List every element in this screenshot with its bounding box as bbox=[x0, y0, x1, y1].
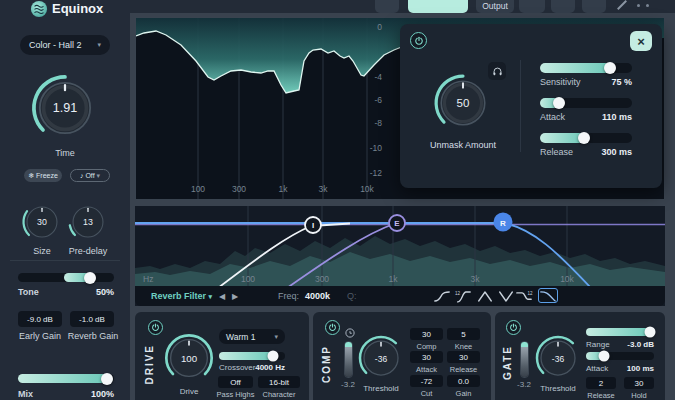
early-gain-field[interactable]: -9.0 dB bbox=[18, 311, 62, 327]
tone-slider-thumb[interactable] bbox=[84, 272, 96, 284]
gate-attack-slider-thumb[interactable] bbox=[598, 351, 609, 362]
predelay-knob-value: 13 bbox=[83, 217, 93, 227]
freq-value-field[interactable]: 4000k bbox=[305, 291, 330, 301]
predelay-knob[interactable]: 13 bbox=[66, 200, 110, 244]
size-knob-value: 30 bbox=[37, 217, 47, 227]
size-knob-label: Size bbox=[20, 246, 64, 256]
pass-highs-toggle[interactable]: Off bbox=[218, 376, 253, 388]
menu-dot-icon[interactable] bbox=[637, 4, 640, 7]
top-toolbar: Output bbox=[130, 0, 675, 13]
toolbar-button[interactable] bbox=[582, 0, 606, 13]
filter-shape-bell-button[interactable] bbox=[476, 289, 494, 307]
sensitivity-label: Sensitivity bbox=[540, 77, 581, 87]
drive-mode-dropdown[interactable]: Warm 1 ▾ bbox=[219, 329, 285, 344]
close-button[interactable]: × bbox=[630, 31, 652, 51]
gate-threshold-knob[interactable]: -36 bbox=[533, 333, 583, 383]
eq-node-early[interactable]: E bbox=[389, 215, 405, 231]
comp-attack-field[interactable]: 30 bbox=[410, 351, 443, 363]
filter-shape-highpass6-button[interactable] bbox=[433, 289, 451, 307]
reverb-gain-field[interactable]: -1.0 dB bbox=[70, 311, 114, 327]
character-selector[interactable]: 16-bit bbox=[258, 376, 300, 388]
snowflake-icon: ❄ bbox=[28, 172, 34, 180]
axis-label: -8 bbox=[374, 118, 382, 128]
comp-gain-field[interactable]: 0.0 bbox=[447, 375, 480, 387]
preset-pill-button[interactable] bbox=[408, 0, 468, 13]
filter-shape-notch-button[interactable] bbox=[497, 289, 515, 307]
axis-label: 100 bbox=[191, 184, 205, 194]
mix-slider-thumb[interactable] bbox=[101, 373, 113, 385]
crossover-slider[interactable] bbox=[219, 352, 285, 360]
drive-knob[interactable]: 100 bbox=[162, 331, 216, 385]
comp-release-field[interactable]: 30 bbox=[447, 351, 480, 363]
unmask-release-slider-thumb[interactable] bbox=[578, 132, 590, 144]
mix-slider[interactable] bbox=[18, 374, 114, 383]
output-button[interactable]: Output bbox=[476, 0, 514, 13]
headphones-button[interactable] bbox=[488, 62, 506, 80]
gate-hold-field[interactable]: 30 bbox=[624, 377, 654, 389]
pass-highs-label: Pass Highs bbox=[215, 390, 256, 399]
eq-node-early-letter: E bbox=[394, 219, 400, 228]
eq-node-reverb[interactable]: R bbox=[494, 213, 513, 232]
cell-label: Release bbox=[447, 365, 480, 374]
axis-label: 3k bbox=[319, 184, 329, 194]
power-icon[interactable] bbox=[148, 320, 163, 335]
filter-shape-highpass12-button[interactable]: 12 bbox=[454, 289, 472, 307]
axis-label: -10 bbox=[370, 143, 383, 153]
drive-module-title: DRIVE bbox=[144, 344, 155, 385]
power-icon[interactable] bbox=[325, 320, 340, 335]
comp-threshold-knob[interactable]: -36 bbox=[356, 333, 406, 383]
reverb-gain-value: -1.0 dB bbox=[79, 315, 105, 324]
range-slider-thumb[interactable] bbox=[644, 327, 655, 338]
chevron-down-icon: ▾ bbox=[274, 333, 278, 341]
note-icon: ♪ bbox=[80, 172, 84, 179]
filter-selector[interactable]: Reverb Filter ▾ bbox=[151, 291, 212, 301]
tone-value: 50% bbox=[84, 287, 114, 297]
preset-selector[interactable]: Color - Hall 2 ▾ bbox=[20, 35, 110, 55]
freeze-button[interactable]: ❄ Freeze bbox=[24, 169, 62, 182]
power-icon[interactable] bbox=[506, 320, 521, 335]
sensitivity-slider[interactable] bbox=[540, 63, 632, 73]
crossover-slider-thumb[interactable] bbox=[268, 351, 279, 362]
sidebar: Equinox Color - Hall 2 ▾ 1.91 Time ❄ Fre… bbox=[0, 0, 130, 400]
axis-label: 300 bbox=[232, 184, 246, 194]
toolbar-button[interactable] bbox=[551, 0, 575, 13]
sync-dropdown-value: Off bbox=[85, 172, 94, 179]
cell-value: 2 bbox=[599, 379, 603, 388]
unmask-amount-knob[interactable]: 50 bbox=[431, 71, 495, 135]
axis-label: -4 bbox=[374, 72, 382, 82]
next-band-button[interactable]: ▶ bbox=[232, 292, 238, 301]
eq-node-input-letter: I bbox=[312, 221, 314, 230]
time-knob[interactable]: 1.91 bbox=[28, 71, 102, 145]
gate-attack-label: Attack bbox=[586, 364, 608, 373]
toolbar-button[interactable] bbox=[519, 0, 545, 13]
comp-cut-field[interactable]: -72 bbox=[410, 375, 443, 387]
filter-shape-lowpass-button-selected[interactable] bbox=[538, 288, 558, 303]
filter-shape-shelf12-button[interactable]: 12 bbox=[515, 289, 533, 307]
comp-knee-field[interactable]: 5 bbox=[447, 328, 480, 340]
size-knob[interactable]: 30 bbox=[20, 200, 64, 244]
gate-release-field[interactable]: 2 bbox=[586, 377, 616, 389]
cell-label: Release bbox=[586, 391, 616, 400]
eq-node-input[interactable]: I bbox=[305, 217, 321, 233]
unmask-attack-slider-thumb[interactable] bbox=[553, 97, 565, 109]
drive-module: DRIVE 100 Drive Warm 1 ▾ Crossover 4000 … bbox=[135, 312, 309, 400]
unmask-attack-slider[interactable] bbox=[540, 98, 632, 108]
pencil-icon[interactable] bbox=[617, 0, 627, 10]
tone-slider[interactable] bbox=[18, 273, 114, 282]
menu-dot-icon[interactable] bbox=[646, 4, 649, 7]
unmask-release-slider[interactable] bbox=[540, 133, 632, 143]
eq-toolbar: Reverb Filter ▾ ◀ ▶ Freq: 4000k Q: 12 12 bbox=[135, 286, 665, 306]
range-slider[interactable] bbox=[586, 328, 654, 336]
unmask-release-label: Release bbox=[540, 147, 573, 157]
comp-amount-field[interactable]: 30 bbox=[410, 328, 443, 340]
toolbar-button[interactable] bbox=[375, 0, 399, 13]
close-icon: × bbox=[637, 34, 645, 49]
mix-label: Mix bbox=[18, 389, 33, 399]
power-icon[interactable] bbox=[410, 32, 427, 49]
cell-value: 30 bbox=[635, 379, 644, 388]
sensitivity-slider-thumb[interactable] bbox=[604, 62, 616, 74]
prev-band-button[interactable]: ◀ bbox=[219, 292, 225, 301]
gate-attack-slider[interactable] bbox=[586, 352, 654, 360]
sync-dropdown[interactable]: ♪ Off ▾ bbox=[70, 169, 110, 182]
gate-attack-value: 100 ms bbox=[616, 364, 654, 373]
